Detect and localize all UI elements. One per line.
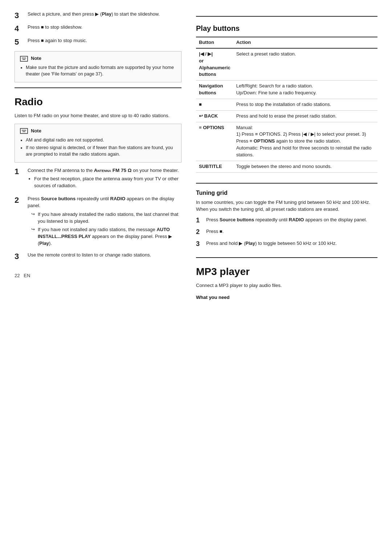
action-stop: Press to stop the installation of radio … xyxy=(233,99,377,110)
tuning-step-1-content: Press Source buttons repeatedly until RA… xyxy=(206,217,377,225)
step-4-content: Press ■ to stop slideshow. xyxy=(28,24,181,32)
note-item-1-1: Make sure that the picture and audio for… xyxy=(26,64,176,77)
tuning-step-2-num: 2 xyxy=(196,228,206,236)
radio-step-2: 2 Press Source buttons repeatedly until … xyxy=(15,196,181,248)
radio-step-1: 1 Connect the FM antenna to the Antenna … xyxy=(15,167,181,192)
step-4: 4 Press ■ to stop slideshow. xyxy=(15,24,181,33)
btn-or: or xyxy=(199,58,204,63)
col-action: Action xyxy=(233,37,377,48)
step-5: 5 Press ■ again to stop music. xyxy=(15,37,181,47)
action-back: Press and hold to erase the preset radio… xyxy=(233,110,377,122)
page-layout: 3 Select a picture, and then press ▶ (Pl… xyxy=(15,11,377,303)
note-icon-1 xyxy=(20,56,28,62)
tuning-step-2-text: Press ■. xyxy=(206,228,377,235)
step-3: 3 Select a picture, and then press ▶ (Pl… xyxy=(15,11,181,20)
note-icon-2 xyxy=(20,128,28,134)
radio-step-2-content: Press Source buttons repeatedly until RA… xyxy=(28,196,181,248)
tuning-step-3: 3 Press and hold ▶ (Play) to toggle betw… xyxy=(196,240,377,249)
note-box-2: Note AM and digital radio are not suppor… xyxy=(15,124,181,163)
note-label-1: Note xyxy=(31,55,41,62)
tuning-grid-desc: In some countries, you can toggle the FM… xyxy=(196,199,377,213)
btn-prev-next: |◀ / ▶| or Alphanumericbuttons xyxy=(196,48,233,81)
note-header-2: Note xyxy=(20,128,176,135)
btn-options: ≡ OPTIONS xyxy=(196,122,233,161)
play-buttons-title: Play buttons xyxy=(196,23,377,34)
antenna-text: Antenna FM 75 Ω xyxy=(94,168,132,173)
table-row: Navigationbuttons Left/Right: Search for… xyxy=(196,81,377,99)
radio-step-3-num: 3 xyxy=(15,252,28,261)
note-header-1: Note xyxy=(20,55,176,62)
play-buttons-table: Button Action |◀ / ▶| or Alphanumericbut… xyxy=(196,37,377,173)
play-table-body: |◀ / ▶| or Alphanumericbuttons Select a … xyxy=(196,48,377,172)
col-button: Button xyxy=(196,37,233,48)
tuning-grid-section: Tuning grid In some countries, you can t… xyxy=(196,183,377,249)
btn-subtitle: SUBTITLE xyxy=(196,161,233,172)
table-row: ↩ BACK Press and hold to erase the prese… xyxy=(196,110,377,122)
step-5-num: 5 xyxy=(15,37,28,47)
btn-navigation: Navigationbuttons xyxy=(196,81,233,99)
mp3-divider xyxy=(196,257,377,258)
radio-step-2-arrow-1: If you have already installed the radio … xyxy=(31,211,181,225)
note-item-2-1: AM and digital radio are not supported. xyxy=(26,137,176,143)
tuning-step-1-text: Press Source buttons repeatedly until RA… xyxy=(206,217,377,223)
play-table-head: Button Action xyxy=(196,37,377,48)
btn-back: ↩ BACK xyxy=(196,110,233,122)
tuning-step-3-num: 3 xyxy=(196,240,206,248)
tuning-step-1-num: 1 xyxy=(196,217,206,225)
mp3-section: MP3 player Connect a MP3 player to play … xyxy=(196,257,377,301)
action-preset: Select a preset radio station. xyxy=(233,48,377,81)
radio-step-3: 3 Use the remote control to listen to or… xyxy=(15,252,181,261)
step-5-content: Press ■ again to stop music. xyxy=(28,37,181,46)
mp3-desc: Connect a MP3 player to play audio files… xyxy=(196,282,377,289)
tuning-step-2-content: Press ■. xyxy=(206,228,377,237)
radio-step-1-text: Connect the FM antenna to the Antenna FM… xyxy=(28,167,181,174)
page-num-text: 22 EN xyxy=(15,273,30,278)
play-table-header-row: Button Action xyxy=(196,37,377,48)
radio-step-2-text: Press Source buttons repeatedly until RA… xyxy=(28,196,181,209)
table-row: SUBTITLE Toggle between the stereo and m… xyxy=(196,161,377,172)
table-row: ≡ OPTIONS Manual: 1) Press ≡ OPTIONS. 2)… xyxy=(196,122,377,161)
note-item-2-2: If no stereo signal is detected, or if f… xyxy=(26,144,176,157)
radio-step-3-content: Use the remote control to listen to or c… xyxy=(28,252,181,260)
radio-step-1-num: 1 xyxy=(15,167,28,176)
table-row: |◀ / ▶| or Alphanumericbuttons Select a … xyxy=(196,48,377,81)
radio-step-2-arrow-2: If you have not installed any radio stat… xyxy=(31,226,181,247)
page-number: 22 EN xyxy=(15,272,181,279)
radio-step-1-content: Connect the FM antenna to the Antenna FM… xyxy=(28,167,181,192)
action-subtitle: Toggle between the stereo and mono sound… xyxy=(233,161,377,172)
right-column: Play buttons Button Action |◀ / ▶| or Al… xyxy=(196,11,377,303)
note-box-1: Note Make sure that the picture and audi… xyxy=(15,51,181,82)
action-options: Manual: 1) Press ≡ OPTIONS. 2) Press |◀ … xyxy=(233,122,377,161)
tuning-step-1: 1 Press Source buttons repeatedly until … xyxy=(196,217,377,225)
radio-step-2-arrows: If you have already installed the radio … xyxy=(28,211,181,247)
note-list-1: Make sure that the picture and audio for… xyxy=(20,64,176,77)
step-4-num: 4 xyxy=(15,24,28,33)
btn-stop: ■ xyxy=(196,99,233,110)
tuning-divider xyxy=(196,183,377,184)
step-3-num: 3 xyxy=(15,11,28,20)
mp3-title: MP3 player xyxy=(196,264,377,279)
radio-step-1-bullet-1: For the best reception, place the antenn… xyxy=(34,176,181,189)
radio-divider xyxy=(15,87,181,88)
step-5-text: Press ■ again to stop music. xyxy=(28,37,181,44)
radio-title: Radio xyxy=(15,95,181,110)
radio-step-3-text: Use the remote control to listen to or c… xyxy=(28,252,181,259)
note-label-2: Note xyxy=(31,128,41,135)
radio-step-2-num: 2 xyxy=(15,196,28,205)
step-3-text: Select a picture, and then press ▶ (Play… xyxy=(28,11,181,18)
tuning-step-3-text: Press and hold ▶ (Play) to toggle betwee… xyxy=(206,240,377,247)
step-3-content: Select a picture, and then press ▶ (Play… xyxy=(28,11,181,19)
note-list-2: AM and digital radio are not supported. … xyxy=(20,137,176,157)
step-4-text: Press ■ to stop slideshow. xyxy=(28,24,181,31)
mp3-subtitle: What you need xyxy=(196,294,377,301)
btn-alphanumeric: Alphanumericbuttons xyxy=(199,65,230,77)
play-buttons-top-divider xyxy=(196,16,377,17)
intro-steps: 3 Select a picture, and then press ▶ (Pl… xyxy=(15,11,181,47)
tuning-grid-title: Tuning grid xyxy=(196,189,377,197)
left-column: 3 Select a picture, and then press ▶ (Pl… xyxy=(15,11,181,303)
radio-step-1-bullets: For the best reception, place the antenn… xyxy=(28,176,181,189)
action-navigation: Left/Right: Search for a radio station. … xyxy=(233,81,377,99)
tuning-step-3-content: Press and hold ▶ (Play) to toggle betwee… xyxy=(206,240,377,249)
tuning-step-2: 2 Press ■. xyxy=(196,228,377,237)
table-row: ■ Press to stop the installation of radi… xyxy=(196,99,377,110)
